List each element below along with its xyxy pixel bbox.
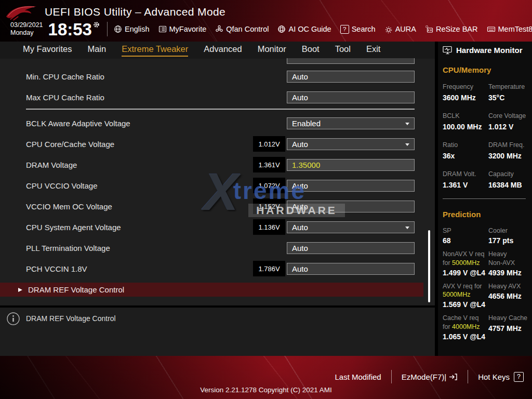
hardware-monitor-title: Hardware Monitor: [456, 46, 523, 55]
prediction-cell: Heavy Cache 4757 MHz: [488, 314, 532, 341]
setting-row: DRAM Voltage 1.361V 1.35000: [0, 154, 435, 175]
bios-screen: UEFI BIOS Utility – Advanced Mode 03/29/…: [0, 0, 532, 399]
setting-row: PCH VCCIN 1.8V 1.786V Auto: [0, 258, 435, 279]
tab-boot[interactable]: Boot: [302, 44, 320, 57]
nav-tabs: My Favorites Main Extreme Tweaker Advanc…: [0, 42, 435, 59]
setting-row: CPU VCCIO Voltage 1.072V Auto: [0, 175, 435, 196]
hw-stat: BCLK100.00 MHz: [443, 112, 488, 131]
tab-main[interactable]: Main: [87, 44, 106, 57]
tab-exit[interactable]: Exit: [366, 44, 381, 57]
hw-stat: DRAM Volt.1.361 V: [443, 170, 488, 189]
prediction-cell: Cache V req for 4000MHz 1.065 V @L4: [443, 314, 488, 341]
help-text: DRAM REF Voltage Control: [26, 314, 116, 323]
tab-my-favorites[interactable]: My Favorites: [23, 44, 72, 57]
setting-row: Min. CPU Cache Ratio Auto: [0, 66, 435, 87]
resize-bar-icon: [425, 25, 433, 33]
setting-label: DRAM Voltage: [26, 161, 77, 169]
gear-icon: [93, 21, 100, 28]
dram-ref-voltage-control-item[interactable]: DRAM REF Voltage Control: [0, 283, 423, 297]
setting-label: PCH VCCIN 1.8V: [26, 264, 87, 273]
voltage-badge: 1.152V: [253, 198, 285, 214]
menu-item-myfavorite[interactable]: MyFavorite: [158, 25, 207, 33]
setting-label: Min. CPU Cache Ratio: [26, 72, 104, 81]
prediction-cell: SP 68: [443, 227, 488, 245]
hw-stat: Core Voltage1.012 V: [488, 112, 532, 131]
hw-stat: Ratio36x: [443, 141, 488, 160]
setting-row: PLL Termination Voltage Auto: [0, 237, 435, 258]
voltage-badge: 1.136V: [253, 219, 285, 235]
scrollbar-thumb[interactable]: [428, 230, 430, 302]
ai-oc-icon: [277, 25, 286, 33]
setting-row: CPU System Agent Voltage 1.136V Auto: [0, 217, 435, 237]
monitor-icon: [443, 46, 453, 55]
footer-separator: [391, 370, 392, 383]
prediction-section-title: Prediction: [443, 210, 532, 219]
settings-panel: Min. CPU Cache Ratio Auto Max CPU Cache …: [0, 59, 435, 305]
tab-advanced[interactable]: Advanced: [204, 44, 242, 57]
footer-separator: [468, 370, 468, 383]
bclk-aware-adaptive-voltage-select[interactable]: Enabled: [287, 117, 415, 129]
menu-item-search[interactable]: ? Search: [340, 25, 376, 34]
prediction-cell: Heavy AVX 4656 MHz: [488, 282, 532, 309]
ezmode-exit-icon: [449, 373, 458, 381]
cpu-system-agent-voltage-select[interactable]: Auto: [287, 221, 415, 233]
footer-bar: Last Modified EzMode(F7)| Hot Keys ?: [335, 370, 524, 383]
setting-label: CPU VCCIO Voltage: [26, 181, 98, 190]
menu-item-aura[interactable]: AURA: [384, 25, 416, 33]
voltage-badge: 1.012V: [253, 136, 285, 152]
submenu-arrow-icon: [18, 288, 22, 292]
tab-tool[interactable]: Tool: [335, 44, 351, 57]
setting-row: Max CPU Cache Ratio Auto: [0, 87, 435, 108]
time-display[interactable]: 18:53: [48, 21, 100, 38]
min-cpu-cache-ratio-input[interactable]: Auto: [287, 71, 415, 83]
info-icon: [6, 312, 20, 326]
dram-voltage-input[interactable]: 1.35000: [287, 159, 415, 171]
setting-label: BCLK Aware Adaptive Voltage: [26, 119, 130, 128]
question-box-icon: ?: [340, 25, 349, 34]
header-separator: [107, 22, 108, 36]
prediction-cell: Cooler 177 pts: [488, 227, 532, 245]
setting-label: PLL Termination Voltage: [26, 244, 110, 252]
tab-extreme-tweaker[interactable]: Extreme Tweaker: [122, 44, 188, 57]
voltage-badge: 1.361V: [253, 157, 285, 172]
rog-logo: [5, 3, 37, 21]
fan-icon: [215, 25, 223, 33]
vccio-mem-oc-voltage-input[interactable]: Auto: [287, 201, 415, 212]
panel-divider: [443, 198, 526, 199]
header: UEFI BIOS Utility – Advanced Mode 03/29/…: [0, 0, 532, 42]
menu-item-resize-bar[interactable]: ReSize BAR: [425, 25, 478, 33]
cpu-vccio-voltage-input[interactable]: Auto: [287, 180, 415, 192]
pll-termination-voltage-input[interactable]: Auto: [287, 242, 415, 254]
cpu-core-cache-voltage-select[interactable]: Auto: [287, 138, 415, 150]
aura-icon: [384, 25, 393, 33]
menu-item-qfan[interactable]: Qfan Control: [215, 25, 269, 33]
bios-version-text: Version 2.21.1278 Copyright (C) 2021 AMI: [0, 386, 532, 394]
setting-label: Max CPU Cache Ratio: [26, 93, 104, 102]
help-infobox: DRAM REF Voltage Control: [0, 308, 435, 356]
hotkeys-question-icon: ?: [514, 372, 524, 382]
hot-keys-button[interactable]: Hot Keys ?: [478, 372, 524, 382]
prediction-cell: NonAVX V req for 5000MHz 1.499 V @L4: [443, 250, 488, 277]
hw-stat: DRAM Freq.3200 MHz: [488, 141, 532, 160]
date-display: 03/29/2021 Monday: [10, 21, 43, 37]
menu-item-language[interactable]: English: [114, 25, 150, 33]
last-modified-button[interactable]: Last Modified: [335, 373, 381, 381]
voltage-badge: 1.072V: [253, 178, 285, 193]
memtest-icon: [487, 25, 496, 33]
prediction-cell: Heavy Non-AVX 4939 MHz: [488, 250, 532, 277]
scrolled-input-partial[interactable]: [287, 58, 415, 64]
setting-label: VCCIO Mem OC Voltage: [26, 202, 112, 211]
pch-vccin-input[interactable]: Auto: [287, 263, 415, 275]
menu-item-memtest[interactable]: MemTest86: [487, 25, 532, 33]
hw-stat: Capacity16384 MB: [488, 170, 532, 189]
voltage-badge: 1.786V: [253, 261, 285, 276]
setting-label: CPU Core/Cache Voltage: [26, 140, 114, 149]
tab-monitor[interactable]: Monitor: [258, 44, 286, 57]
menu-item-ai-oc-guide[interactable]: AI OC Guide: [277, 25, 331, 33]
setting-label: CPU System Agent Voltage: [26, 223, 121, 232]
max-cpu-cache-ratio-input[interactable]: Auto: [287, 91, 415, 103]
ezmode-button[interactable]: EzMode(F7)|: [402, 373, 458, 381]
app-title: UEFI BIOS Utility – Advanced Mode: [45, 6, 225, 18]
hw-stat: Frequency3600 MHz: [443, 83, 488, 102]
cpu-memory-section-title: CPU/Memory: [443, 65, 532, 74]
